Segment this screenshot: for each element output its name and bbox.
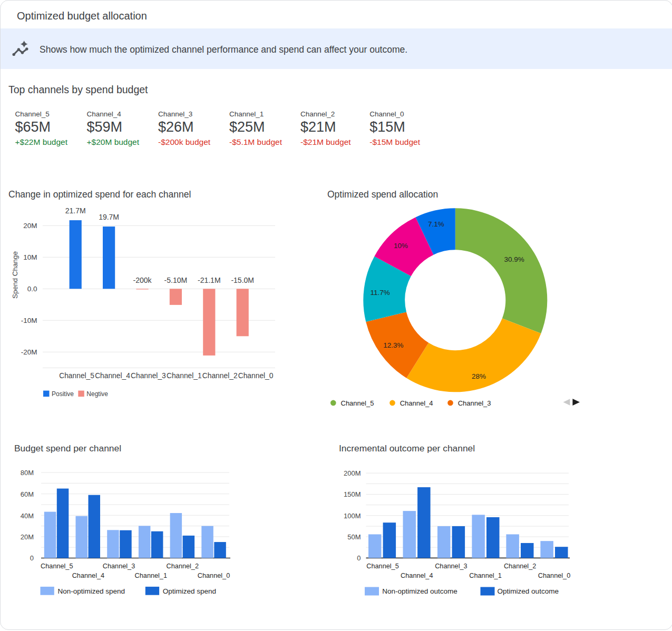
svg-text:Channel_0: Channel_0 <box>198 572 230 579</box>
svg-text:Channel_3: Channel_3 <box>131 372 166 380</box>
svg-text:Channel_3: Channel_3 <box>458 399 491 407</box>
svg-text:Non-optimized outcome: Non-optimized outcome <box>382 587 457 595</box>
svg-text:-20M: -20M <box>21 348 37 356</box>
svg-text:Channel_4: Channel_4 <box>95 372 130 380</box>
svg-text:Spend Change: Spend Change <box>11 251 19 299</box>
svg-text:Change in optimized spend for: Change in optimized spend for each chann… <box>8 189 191 200</box>
svg-text:Channel_1: Channel_1 <box>135 572 167 579</box>
svg-text:0.0: 0.0 <box>27 285 37 293</box>
svg-text:21.7M: 21.7M <box>65 206 86 215</box>
svg-text:Channel_1: Channel_1 <box>167 372 202 380</box>
svg-text:Channel_4: Channel_4 <box>400 399 433 407</box>
svg-text:100M: 100M <box>344 512 361 520</box>
svg-text:Channel_5: Channel_5 <box>41 563 73 570</box>
svg-text:Channel_0: Channel_0 <box>238 372 274 380</box>
svg-text:19.7M: 19.7M <box>99 213 119 221</box>
svg-text:150M: 150M <box>344 490 361 498</box>
svg-text:-5.10M: -5.10M <box>164 276 188 284</box>
svg-text:Budget spend per channel: Budget spend per channel <box>14 443 121 453</box>
svg-text:Channel_4: Channel_4 <box>72 572 104 579</box>
svg-text:Channel_3: Channel_3 <box>103 563 135 570</box>
svg-text:11.7%: 11.7% <box>370 289 389 297</box>
svg-text:-200k: -200k <box>133 276 152 284</box>
svg-text:28%: 28% <box>472 372 486 380</box>
svg-text:0: 0 <box>30 554 34 562</box>
svg-text:Channel_0: Channel_0 <box>538 572 570 579</box>
svg-text:20M: 20M <box>21 533 34 541</box>
svg-text:Negtive: Negtive <box>86 390 108 398</box>
svg-text:Optimized spend allocation: Optimized spend allocation <box>327 189 438 200</box>
svg-text:Channel_5: Channel_5 <box>341 399 374 407</box>
svg-text:Positive: Positive <box>52 390 74 398</box>
svg-text:0: 0 <box>357 554 361 562</box>
svg-text:50M: 50M <box>347 533 361 541</box>
svg-text:Channel_1: Channel_1 <box>469 572 501 579</box>
svg-text:Channel_2: Channel_2 <box>202 372 238 380</box>
svg-text:-15.0M: -15.0M <box>231 276 254 284</box>
svg-text:-10M: -10M <box>21 317 37 324</box>
svg-text:40M: 40M <box>21 512 34 520</box>
svg-text:80M: 80M <box>21 469 34 477</box>
svg-text:10M: 10M <box>23 253 37 261</box>
svg-text:Optimized spend: Optimized spend <box>163 587 216 595</box>
svg-text:7.1%: 7.1% <box>428 220 444 228</box>
svg-text:20M: 20M <box>23 222 37 230</box>
svg-text:-21.1M: -21.1M <box>198 276 221 284</box>
svg-text:Channel_2: Channel_2 <box>167 563 199 570</box>
svg-text:Channel_4: Channel_4 <box>401 572 433 579</box>
svg-text:200M: 200M <box>344 469 361 477</box>
svg-text:60M: 60M <box>21 490 34 498</box>
svg-text:30.9%: 30.9% <box>504 255 524 263</box>
svg-text:12.3%: 12.3% <box>383 341 403 349</box>
svg-text:Non-optimized spend: Non-optimized spend <box>57 587 125 595</box>
svg-text:Incremental outcome per channe: Incremental outcome per channel <box>339 443 475 453</box>
svg-text:10%: 10% <box>394 242 408 250</box>
svg-text:Channel_2: Channel_2 <box>504 563 536 570</box>
svg-text:Channel_3: Channel_3 <box>435 563 467 570</box>
svg-text:Channel_5: Channel_5 <box>366 563 398 570</box>
svg-text:Channel_5: Channel_5 <box>59 372 94 380</box>
svg-text:Optimized outcome: Optimized outcome <box>498 587 559 595</box>
